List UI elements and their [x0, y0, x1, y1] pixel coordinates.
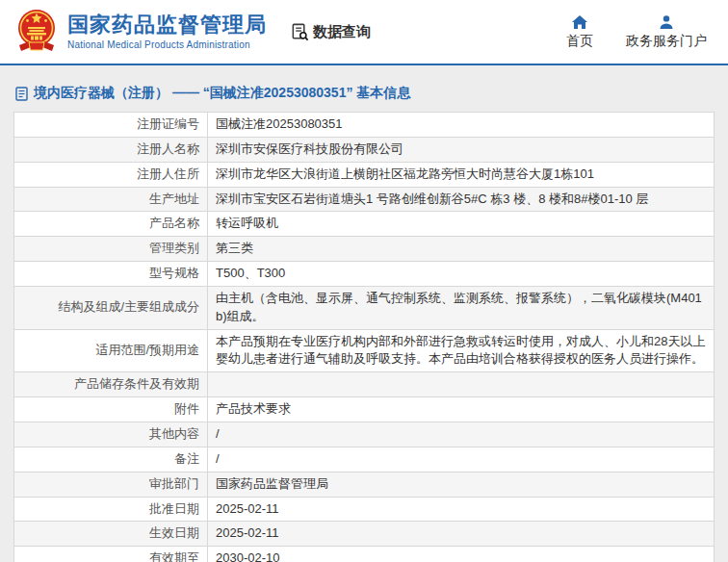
table-row: 批准日期 2025-02-11 — [14, 497, 715, 522]
page-title: 境内医疗器械（注册） —— “国械注准20253080351” 基本信息 — [13, 79, 715, 112]
nav-portal[interactable]: 政务服务门户 — [626, 14, 707, 50]
document-icon — [15, 87, 28, 101]
row-value: 国械注准20253080351 — [208, 113, 715, 138]
row-label: 备注 — [174, 451, 199, 466]
row-label: 生效日期 — [149, 525, 199, 540]
row-label: 注册证编号 — [137, 116, 199, 131]
nav-data-query-label: 数据查询 — [313, 23, 371, 41]
row-value: 本产品预期在专业医疗机构内部和外部进行急救或转运时使用，对成人、小儿和28天以上… — [208, 329, 715, 372]
person-icon — [659, 14, 674, 30]
table-row: 生效日期 2025-02-11 — [14, 522, 715, 547]
row-value: 由主机（含电池、显示屏、通气控制系统、监测系统、报警系统），二氧化碳模块(M40… — [208, 286, 715, 329]
brand-title-en: National Medical Products Administration — [67, 39, 267, 50]
row-label: 其他内容 — [149, 426, 199, 441]
row-value: 国家药品监督管理局 — [208, 472, 715, 497]
table-row: 生产地址 深圳市宝安区石岩街道塘头1 号路创维创新谷5#C 栋3 楼、8 楼和8… — [14, 187, 715, 212]
page-title-text: 境内医疗器械（注册） —— “国械注准20253080351” 基本信息 — [34, 85, 410, 102]
table-row: 附件 产品技术要求 — [14, 397, 715, 422]
row-value: / — [208, 447, 715, 472]
row-value: 深圳市安保医疗科技股份有限公司 — [208, 137, 715, 162]
nav-portal-label: 政务服务门户 — [626, 33, 707, 50]
national-emblem-logo — [13, 7, 60, 57]
row-label: 产品储存条件及有效期 — [74, 376, 199, 391]
row-value: 2025-02-11 — [208, 522, 715, 547]
nav-data-query[interactable]: 数据查询 — [290, 22, 371, 42]
table-row: 管理类别 第三类 — [14, 237, 715, 262]
brand-title-cn: 国家药品监督管理局 — [67, 13, 267, 37]
row-value: / — [208, 422, 715, 447]
row-value: T500、T300 — [208, 262, 715, 287]
content-area: 境内医疗器械（注册） —— “国械注准20253080351” 基本信息 注册证… — [0, 65, 728, 562]
info-table-body: 注册证编号 国械注准20253080351 注册人名称 深圳市安保医疗科技股份有… — [14, 113, 715, 562]
row-label: 适用范围/预期用途 — [95, 343, 199, 357]
nav-home-label: 首页 — [566, 33, 593, 50]
row-label: 结构及组成/主要组成成分 — [58, 299, 199, 314]
row-label: 注册人住所 — [137, 166, 199, 181]
header-nav: 首页 政务服务门户 — [566, 14, 707, 50]
row-label: 有效期至 — [149, 550, 199, 562]
row-value: 2030-02-10 — [208, 547, 715, 562]
table-row: 备注 / — [14, 447, 715, 472]
row-label: 注册人名称 — [137, 141, 199, 156]
table-row: 注册人名称 深圳市安保医疗科技股份有限公司 — [14, 137, 715, 162]
table-row: 注册证编号 国械注准20253080351 — [14, 113, 715, 138]
row-label: 生产地址 — [149, 192, 199, 206]
row-value: 深圳市龙华区大浪街道上横朗社区福龙路旁恒大时尚慧谷大厦1栋101 — [208, 162, 715, 187]
brand-block: 国家药品监督管理局 National Medical Products Admi… — [67, 13, 267, 50]
row-label: 批准日期 — [149, 501, 199, 516]
site-header: 国家药品监督管理局 National Medical Products Admi… — [0, 0, 728, 65]
table-row: 注册人住所 深圳市龙华区大浪街道上横朗社区福龙路旁恒大时尚慧谷大厦1栋101 — [14, 162, 715, 187]
row-value: 产品技术要求 — [208, 397, 715, 422]
row-value — [208, 372, 715, 397]
nav-home[interactable]: 首页 — [566, 14, 593, 50]
table-row: 产品名称 转运呼吸机 — [14, 212, 715, 237]
table-row: 适用范围/预期用途 本产品预期在专业医疗机构内部和外部进行急救或转运时使用，对成… — [14, 329, 715, 372]
registration-info-table: 注册证编号 国械注准20253080351 注册人名称 深圳市安保医疗科技股份有… — [13, 112, 715, 562]
row-label: 审批部门 — [149, 476, 199, 491]
table-row: 型号规格 T500、T300 — [14, 262, 715, 287]
row-value: 转运呼吸机 — [208, 212, 715, 237]
row-label: 管理类别 — [149, 241, 199, 255]
row-label: 产品名称 — [149, 216, 199, 230]
table-row: 审批部门 国家药品监督管理局 — [14, 472, 715, 497]
row-label: 型号规格 — [149, 266, 199, 280]
table-row: 产品储存条件及有效期 — [14, 372, 715, 397]
home-icon — [571, 14, 588, 30]
row-value: 第三类 — [208, 237, 715, 262]
document-search-icon — [290, 22, 310, 42]
row-value: 深圳市宝安区石岩街道塘头1 号路创维创新谷5#C 栋3 楼、8 楼和8#楼01-… — [208, 187, 715, 212]
row-label: 附件 — [174, 401, 199, 416]
table-row: 其他内容 / — [14, 422, 715, 447]
table-row: 有效期至 2030-02-10 — [14, 547, 715, 562]
row-value: 2025-02-11 — [208, 497, 715, 522]
table-row: 结构及组成/主要组成成分 由主机（含电池、显示屏、通气控制系统、监测系统、报警系… — [14, 286, 715, 329]
